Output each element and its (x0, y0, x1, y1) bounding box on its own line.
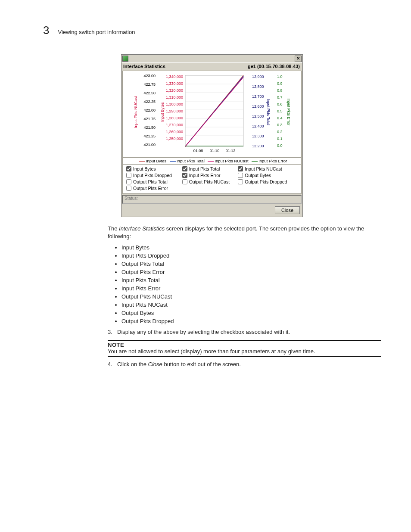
chart-area: 423.00 422.75 422.50 422.25 422.00 421.7… (122, 71, 302, 158)
svg-text:0.6: 0.6 (277, 102, 283, 106)
svg-line-12 (185, 77, 243, 146)
section-title: Viewing switch port information (58, 29, 135, 35)
svg-text:1,250,000: 1,250,000 (166, 137, 183, 141)
svg-text:12,500: 12,500 (252, 114, 264, 118)
note-text: You are not allowed to select (display) … (108, 348, 381, 355)
interface-statistics-dialog: ✕ Interface Statistics ge1 (00-15-70-38-… (121, 54, 303, 217)
svg-text:421.00: 421.00 (143, 143, 156, 147)
svg-text:422.75: 422.75 (143, 82, 156, 87)
svg-text:1,280,000: 1,280,000 (166, 116, 183, 120)
chart-legend: Input Bytes Input Pkts Total Input Pkts … (122, 158, 302, 165)
svg-text:Input Bytes: Input Bytes (160, 102, 165, 122)
intro-paragraph: The Interface Statistics screen displays… (108, 225, 381, 240)
list-item: Output Pkts Total (121, 261, 381, 267)
step-4: 4. Click on the Close button to exit out… (108, 361, 381, 367)
list-item: Output Pkts Dropped (121, 318, 381, 324)
svg-text:12,700: 12,700 (252, 94, 264, 99)
title-bar: ✕ (121, 55, 302, 62)
svg-text:0.3: 0.3 (277, 123, 283, 127)
svg-text:12,800: 12,800 (252, 84, 264, 89)
svg-text:422.25: 422.25 (143, 100, 156, 104)
svg-text:422.00: 422.00 (143, 108, 156, 112)
dialog-title: Interface Statistics (123, 64, 165, 69)
svg-text:12,400: 12,400 (252, 124, 264, 128)
svg-text:1,310,000: 1,310,000 (166, 95, 183, 100)
checkbox-grid: Input Bytes Input Pkts Total Input Pkts … (122, 165, 302, 194)
svg-text:01:08: 01:08 (193, 149, 203, 153)
checkbox-input-pkts-dropped[interactable]: Input Pkts Dropped (126, 173, 182, 178)
svg-text:0.4: 0.4 (277, 116, 283, 120)
page-header: 3 Viewing switch port information (43, 24, 381, 37)
svg-text:421.25: 421.25 (143, 134, 156, 138)
list-item: Output Pkts Error (121, 269, 381, 275)
checkbox-input-pkts-nucast[interactable]: Input Pkts NUCast (238, 166, 299, 171)
svg-text:1,320,000: 1,320,000 (166, 88, 183, 93)
svg-text:1,300,000: 1,300,000 (166, 102, 183, 106)
svg-text:1,270,000: 1,270,000 (166, 123, 183, 127)
note-heading: NOTE (108, 342, 381, 348)
checkbox-input-bytes[interactable]: Input Bytes (126, 166, 182, 171)
svg-text:0.7: 0.7 (277, 95, 283, 100)
svg-text:12,600: 12,600 (252, 104, 264, 109)
list-item: Input Pkts Error (121, 285, 381, 292)
svg-text:12,200: 12,200 (252, 144, 264, 148)
svg-text:423.00: 423.00 (143, 74, 156, 78)
svg-text:0.1: 0.1 (277, 137, 283, 141)
checkbox-input-pkts-total[interactable]: Input Pkts Total (182, 166, 238, 171)
svg-text:Input Pkts Total: Input Pkts Total (266, 99, 271, 125)
svg-text:0.8: 0.8 (277, 88, 283, 93)
svg-text:421.75: 421.75 (143, 117, 156, 121)
close-button[interactable]: Close (275, 206, 300, 214)
window-close-button[interactable]: ✕ (295, 56, 302, 62)
list-item: Input Bytes (121, 244, 381, 251)
interface-id: ge1 (00-15-70-38-08-43) (248, 64, 300, 69)
checkbox-output-pkts-error[interactable]: Output Pkts Error (126, 186, 182, 191)
svg-text:Input Pkts NUCast: Input Pkts NUCast (134, 96, 138, 128)
svg-text:1,330,000: 1,330,000 (166, 81, 183, 86)
step-3: 3. Display any of the above by selecting… (108, 329, 381, 335)
checkbox-output-pkts-nucast[interactable]: Output Pkts NUCast (182, 179, 238, 184)
list-item: Input Pkts NUCast (121, 302, 381, 308)
svg-text:421.50: 421.50 (143, 125, 156, 130)
svg-text:Input Pkts Error: Input Pkts Error (286, 99, 291, 126)
checkbox-output-pkts-total[interactable]: Output Pkts Total (126, 179, 182, 184)
list-item: Input Pkts Total (121, 277, 381, 283)
list-item: Input Pkts Dropped (121, 252, 381, 259)
svg-text:1.0: 1.0 (277, 75, 283, 79)
list-item: Output Pkts NUCast (121, 293, 381, 300)
svg-text:0.5: 0.5 (277, 109, 283, 113)
svg-text:0.2: 0.2 (277, 130, 283, 134)
svg-text:422.50: 422.50 (143, 91, 156, 95)
svg-text:1,290,000: 1,290,000 (166, 109, 183, 113)
checkbox-output-pkts-dropped[interactable]: Output Pkts Dropped (238, 179, 299, 184)
svg-text:01:10: 01:10 (210, 149, 220, 153)
chapter-number: 3 (43, 24, 49, 37)
status-bar: Status: (122, 195, 302, 204)
svg-text:1,260,000: 1,260,000 (166, 130, 183, 134)
svg-text:1,340,000: 1,340,000 (166, 75, 183, 79)
options-list: Input Bytes Input Pkts Dropped Output Pk… (108, 244, 381, 324)
checkbox-input-pkts-error[interactable]: Input Pkts Error (182, 173, 238, 178)
list-item: Output Bytes (121, 310, 381, 316)
app-icon (122, 56, 128, 62)
svg-text:0.0: 0.0 (277, 143, 283, 148)
checkbox-output-bytes[interactable]: Output Bytes (238, 173, 299, 178)
svg-text:01:12: 01:12 (226, 149, 236, 153)
svg-text:12,300: 12,300 (252, 134, 264, 138)
svg-text:12,900: 12,900 (252, 75, 264, 79)
svg-text:0.9: 0.9 (277, 81, 283, 86)
